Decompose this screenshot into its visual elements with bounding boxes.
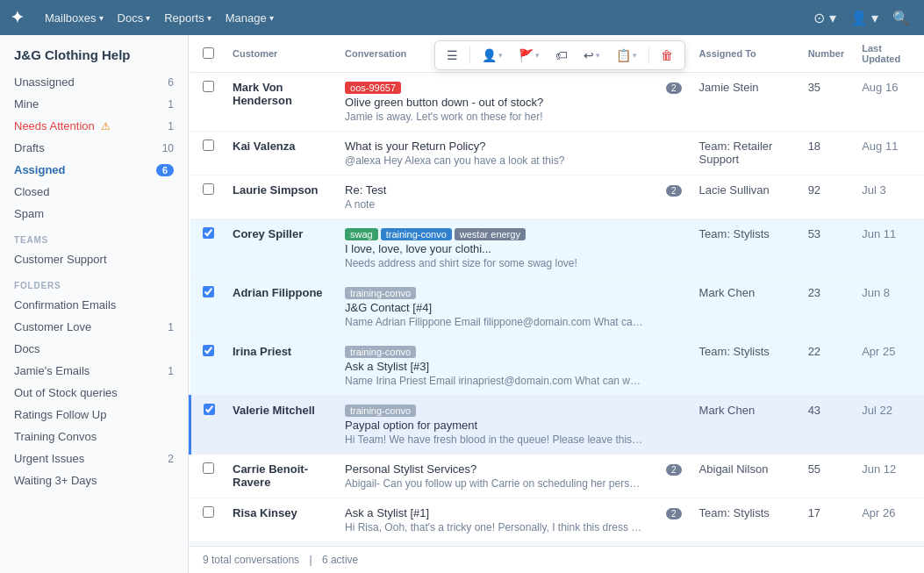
sidebar-item-assigned[interactable]: Assigned 6 bbox=[0, 159, 188, 181]
footer-separator: | bbox=[309, 554, 312, 566]
sidebar-folder-urgent-issues[interactable]: Urgent Issues 2 bbox=[0, 448, 188, 469]
conversation-cell[interactable]: swagtraining-convowestar energyI love, l… bbox=[336, 219, 652, 278]
nav-mailboxes[interactable]: Mailboxes ▾ bbox=[45, 11, 104, 25]
customer-name: Risa Kinsey bbox=[233, 506, 327, 519]
conversation-cell[interactable]: oos-99657Olive green button down - out o… bbox=[336, 73, 652, 132]
sidebar-item-drafts[interactable]: Drafts 10 bbox=[0, 137, 188, 159]
assigned-to-cell: Mark Chen bbox=[691, 396, 799, 455]
sidebar-folder-customer-love[interactable]: Customer Love 1 bbox=[0, 316, 188, 338]
conversation-cell[interactable]: training-convoJ&G Contact [#4]Name Adria… bbox=[336, 278, 652, 337]
row-checkbox[interactable] bbox=[203, 140, 214, 151]
row-checkbox[interactable] bbox=[203, 286, 214, 297]
row-checkbox[interactable] bbox=[204, 404, 215, 415]
sidebar-folder-docs[interactable]: Docs bbox=[0, 338, 188, 360]
tag-icon: 🏷 bbox=[555, 48, 568, 62]
flag-toolbar-button[interactable]: 🚩 ▾ bbox=[512, 45, 546, 66]
select-all-checkbox[interactable] bbox=[203, 47, 214, 59]
conversation-cell[interactable]: Personal Stylist Services?Abigail- Can y… bbox=[336, 455, 652, 498]
sidebar-item-unassigned[interactable]: Unassigned 6 bbox=[0, 71, 188, 93]
chevron-down-icon: ▾ bbox=[146, 13, 150, 23]
nav-manage[interactable]: Manage ▾ bbox=[226, 11, 274, 25]
user-profile-icon[interactable]: ⊙ ▾ bbox=[810, 6, 839, 30]
conversation-preview: Abigail- Can you follow up with Carrie o… bbox=[345, 477, 643, 490]
reply-count-cell bbox=[652, 132, 691, 175]
tag-toolbar-button[interactable]: 🏷 bbox=[549, 45, 574, 66]
conversation-preview: A note bbox=[345, 198, 643, 211]
sidebar-folder-ratings-follow-up[interactable]: Ratings Follow Up bbox=[0, 404, 188, 426]
row-checkbox[interactable] bbox=[203, 183, 214, 195]
clipboard-toolbar-button[interactable]: 📋 ▾ bbox=[610, 45, 643, 66]
sidebar-item-closed[interactable]: Closed bbox=[0, 181, 188, 203]
table-row[interactable]: Laurie SimpsonRe: TestA note2Lacie Sulli… bbox=[190, 175, 925, 219]
row-checkbox[interactable] bbox=[203, 81, 214, 92]
table-row[interactable]: Kai ValenzaWhat is your Return Policy?@a… bbox=[190, 132, 925, 175]
conversation-preview: Jamie is away. Let's work on these for h… bbox=[345, 111, 643, 123]
sidebar-folder-training-convos[interactable]: Training Convos bbox=[0, 426, 188, 448]
sidebar-item-mine[interactable]: Mine 1 bbox=[0, 93, 188, 115]
conversation-subject: What is your Return Policy? bbox=[345, 140, 643, 153]
conversation-cell[interactable]: Re: TestA note bbox=[336, 175, 652, 219]
customer-cell: Adrian Filippone bbox=[224, 278, 336, 337]
conversation-tag: oos-99657 bbox=[345, 82, 401, 94]
conversation-tag: training-convo bbox=[345, 287, 416, 299]
row-checkbox[interactable] bbox=[203, 462, 214, 474]
row-checkbox[interactable] bbox=[203, 227, 214, 239]
conversation-preview: Hi Risa, Ooh, that's a tricky one! Perso… bbox=[345, 521, 643, 534]
table-row[interactable]: Adrian Filipponetraining-convoJ&G Contac… bbox=[190, 278, 925, 337]
nav-reports[interactable]: Reports ▾ bbox=[164, 11, 211, 25]
conversation-cell[interactable]: training-convoPaypal option for paymentH… bbox=[336, 396, 652, 455]
reply-icon: ↩ bbox=[584, 48, 594, 62]
reply-count-cell bbox=[652, 396, 691, 455]
sidebar: J&G Clothing Help Unassigned 6 Mine 1 Ne… bbox=[0, 35, 189, 573]
person-icon: 👤 bbox=[482, 48, 497, 62]
conversation-cell[interactable]: Ask a Stylist [#1]Hi Risa, Ooh, that's a… bbox=[336, 498, 652, 542]
assign-toolbar-button[interactable]: 👤 ▾ bbox=[476, 45, 509, 66]
last-updated-cell: Aug 16 bbox=[853, 73, 924, 132]
conversation-subject: I love, love, love your clothi... bbox=[345, 242, 643, 255]
table-row[interactable]: Carrie Benoit-RaverePersonal Stylist Ser… bbox=[190, 455, 925, 498]
number-cell: 17 bbox=[799, 498, 854, 542]
customer-cell: Irina Priest bbox=[224, 337, 336, 396]
table-row[interactable]: Corey Spillerswagtraining-convowestar en… bbox=[190, 219, 925, 278]
nav-docs[interactable]: Docs ▾ bbox=[118, 11, 151, 25]
last-updated-cell: Aug 11 bbox=[853, 132, 924, 175]
table-row[interactable]: Irina Priesttraining-convoAsk a Stylist … bbox=[190, 337, 925, 396]
assigned-to-cell: Jamie Stein bbox=[691, 73, 799, 132]
conversation-cell[interactable]: What is your Return Policy?@alexa Hey Al… bbox=[336, 132, 652, 175]
last-updated-cell: Jul 3 bbox=[853, 175, 924, 219]
number-cell: 23 bbox=[799, 278, 854, 337]
customer-name: Laurie Simpson bbox=[233, 183, 327, 197]
last-updated-cell: Apr 25 bbox=[853, 337, 924, 396]
row-checkbox[interactable] bbox=[203, 345, 214, 356]
sidebar-item-customer-support[interactable]: Customer Support bbox=[0, 248, 188, 270]
reply-toolbar-button[interactable]: ↩ ▾ bbox=[577, 45, 606, 66]
sidebar-item-needs-attention[interactable]: Needs Attention ⚠ 1 bbox=[0, 115, 188, 137]
sidebar-item-spam[interactable]: Spam bbox=[0, 203, 188, 225]
customer-name: Irina Priest bbox=[233, 345, 327, 358]
reply-count-cell: 2 bbox=[652, 455, 691, 498]
assigned-to-column-header: Assigned To bbox=[691, 35, 799, 73]
sidebar-folder-waiting-3-days[interactable]: Waiting 3+ Days bbox=[0, 469, 188, 491]
table-row[interactable]: Risa KinseyAsk a Stylist [#1]Hi Risa, Oo… bbox=[190, 498, 925, 542]
table-body: Mark Von Hendersonoos-99657Olive green b… bbox=[190, 73, 925, 542]
menu-toolbar-button[interactable]: ☰ bbox=[441, 45, 464, 66]
sidebar-folder-jamies-emails[interactable]: Jamie's Emails 1 bbox=[0, 360, 188, 382]
sidebar-folder-out-of-stock[interactable]: Out of Stock queries bbox=[0, 382, 188, 404]
assigned-to-cell: Abigail Nilson bbox=[691, 455, 799, 498]
user-settings-icon[interactable]: 👤 ▾ bbox=[847, 6, 882, 30]
assigned-to-cell: Team: Stylists bbox=[691, 498, 799, 542]
row-checkbox[interactable] bbox=[203, 506, 214, 518]
customer-cell: Valerie Mitchell bbox=[224, 396, 336, 455]
flag-icon: 🚩 bbox=[519, 48, 534, 62]
search-icon[interactable]: 🔍 bbox=[889, 6, 913, 30]
delete-toolbar-button[interactable]: 🗑 bbox=[655, 45, 679, 66]
reply-count-cell: 2 bbox=[652, 498, 691, 542]
conversation-cell[interactable]: training-convoAsk a Stylist [#3]Name Iri… bbox=[336, 337, 652, 396]
sidebar-folder-confirmation-emails[interactable]: Confirmation Emails bbox=[0, 294, 188, 316]
table-row[interactable]: Valerie Mitchelltraining-convoPaypal opt… bbox=[190, 396, 925, 455]
assigned-to-cell: Mark Chen bbox=[691, 278, 799, 337]
table-row[interactable]: Mark Von Hendersonoos-99657Olive green b… bbox=[190, 73, 925, 132]
customer-name: Corey Spiller bbox=[233, 227, 327, 240]
conversation-table: Customer Conversation Assigned To Number… bbox=[189, 35, 924, 542]
customer-name: Kai Valenza bbox=[233, 140, 327, 153]
